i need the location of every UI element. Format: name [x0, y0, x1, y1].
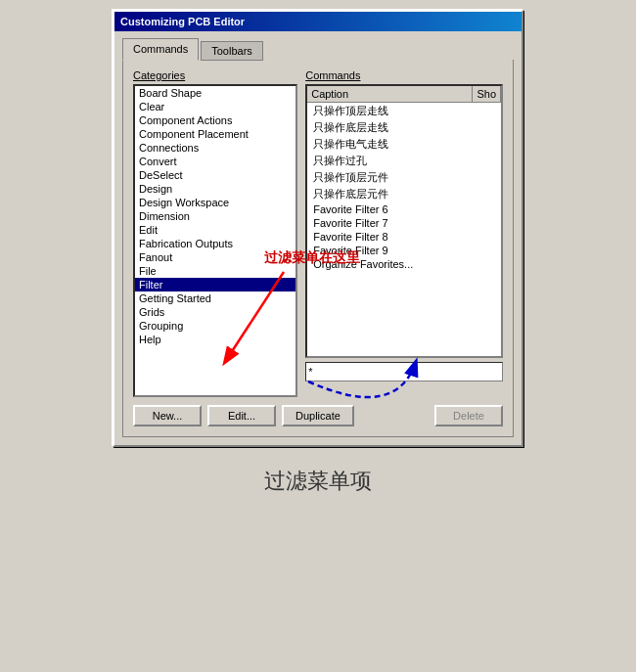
command-item[interactable]: 只操作过孔 — [307, 153, 501, 169]
shortcut-header: Sho — [473, 86, 501, 102]
category-item[interactable]: Edit — [135, 223, 295, 237]
category-item[interactable]: Dimension — [135, 209, 295, 223]
window-title: Customizing PCB Editor — [120, 16, 245, 27]
category-item[interactable]: Component Placement — [135, 127, 295, 141]
category-item[interactable]: Fabrication Outputs — [135, 237, 295, 250]
category-item[interactable]: Board Shape — [135, 86, 295, 100]
commands-header: Caption Sho — [307, 86, 501, 103]
category-item[interactable]: Filter — [135, 278, 295, 291]
search-input[interactable] — [308, 366, 500, 378]
category-item[interactable]: Component Actions — [135, 113, 295, 127]
command-item[interactable]: Favorite Filter 7 — [307, 216, 501, 230]
tab-toolbars-label: Toolbars — [211, 45, 252, 57]
category-item[interactable]: DeSelect — [135, 168, 295, 182]
command-item[interactable]: 只操作底层元件 — [307, 186, 501, 202]
category-item[interactable]: Grouping — [135, 319, 295, 333]
tabs-container: Commands Toolbars — [122, 39, 514, 61]
category-item[interactable]: Fanout — [135, 250, 295, 264]
command-item[interactable]: 只操作顶层走线 — [307, 103, 501, 119]
category-item[interactable]: Convert — [135, 155, 295, 168]
categories-listbox[interactable]: Board ShapeClearComponent ActionsCompone… — [135, 86, 295, 395]
command-item[interactable]: Favorite Filter 9 — [307, 244, 501, 257]
buttons-row: New... Edit... Duplicate Delete — [133, 405, 503, 426]
dialog-wrapper: Customizing PCB Editor Commands Toolbars… — [113, 0, 523, 447]
search-box[interactable] — [305, 362, 503, 381]
category-item[interactable]: Connections — [135, 141, 295, 155]
category-item[interactable]: Design Workspace — [135, 196, 295, 209]
duplicate-button[interactable]: Duplicate — [282, 405, 354, 426]
category-item[interactable]: Getting Started — [135, 291, 295, 305]
category-item[interactable]: Clear — [135, 100, 295, 113]
command-item[interactable]: 只操作电气走线 — [307, 136, 501, 153]
caption-text: 过滤菜单项 — [264, 467, 372, 496]
tab-commands[interactable]: Commands — [122, 38, 199, 61]
delete-button[interactable]: Delete — [434, 405, 503, 426]
category-item[interactable]: File — [135, 264, 295, 278]
command-item[interactable]: Favorite Filter 6 — [307, 202, 501, 216]
category-item[interactable]: Design — [135, 182, 295, 196]
commands-label: Commands — [305, 69, 503, 81]
categories-listbox-container[interactable]: Board ShapeClearComponent ActionsCompone… — [133, 84, 297, 397]
title-bar: Customizing PCB Editor — [114, 12, 522, 31]
categories-column: Categories Board ShapeClearComponent Act… — [133, 69, 297, 397]
commands-listbox[interactable]: Caption Sho 只操作顶层走线只操作底层走线只操作电气走线只操作过孔只操… — [305, 84, 503, 358]
commands-column: Commands Caption Sho 只操作顶层走线只操作底层走线只操作电气… — [305, 69, 503, 397]
left-buttons: New... Edit... Duplicate — [133, 405, 354, 426]
tab-toolbars[interactable]: Toolbars — [201, 41, 263, 61]
new-button[interactable]: New... — [133, 405, 202, 426]
command-item[interactable]: Organize Favorites... — [307, 257, 501, 271]
main-panel: Categories Board ShapeClearComponent Act… — [122, 60, 514, 437]
command-item[interactable]: 只操作底层走线 — [307, 119, 501, 136]
category-item[interactable]: Grids — [135, 305, 295, 319]
right-buttons: Delete — [434, 405, 503, 426]
commands-list: 只操作顶层走线只操作底层走线只操作电气走线只操作过孔只操作顶层元件只操作底层元件… — [307, 103, 501, 271]
command-item[interactable]: 只操作顶层元件 — [307, 169, 501, 186]
dialog-window: Customizing PCB Editor Commands Toolbars… — [113, 10, 523, 447]
dialog-content: Commands Toolbars Categories Board Shape… — [114, 31, 522, 445]
command-item[interactable]: Favorite Filter 8 — [307, 230, 501, 244]
tab-commands-label: Commands — [133, 43, 188, 55]
edit-button[interactable]: Edit... — [207, 405, 276, 426]
category-item[interactable]: Help — [135, 333, 295, 346]
caption-header: Caption — [307, 86, 473, 102]
two-column-layout: Categories Board ShapeClearComponent Act… — [133, 69, 503, 397]
categories-label: Categories — [133, 69, 297, 81]
